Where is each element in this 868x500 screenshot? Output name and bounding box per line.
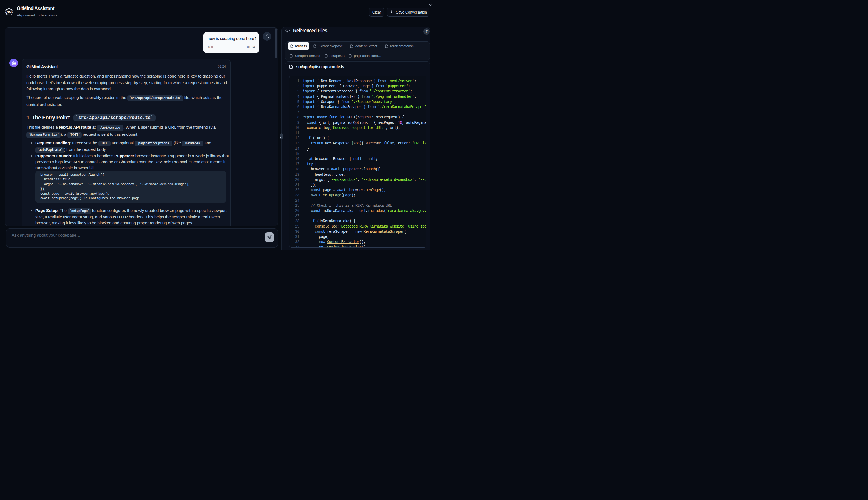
svg-text:GM: GM	[7, 11, 12, 14]
